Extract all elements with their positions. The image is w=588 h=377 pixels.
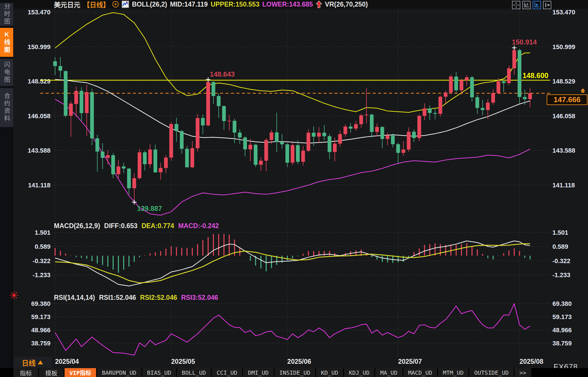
svg-text:1.501: 1.501 bbox=[552, 229, 568, 236]
tab-OUTSIDE_UD[interactable]: OUTSIDE_UD bbox=[469, 368, 513, 377]
svg-text:150.999: 150.999 bbox=[28, 43, 50, 50]
mini-chart-icon bbox=[122, 1, 129, 8]
boll-upper-value: UPPER:150.553 bbox=[211, 1, 259, 8]
rsi2-value: RSI2:52.046 bbox=[140, 294, 177, 302]
svg-text:150.999: 150.999 bbox=[552, 43, 575, 50]
tab--[interactable]: 模板 bbox=[39, 368, 64, 377]
tab-MTM_UD[interactable]: MTM_UD bbox=[438, 368, 468, 377]
svg-text:2025/07: 2025/07 bbox=[398, 358, 422, 365]
macd-value: MACD:-0.242 bbox=[178, 222, 219, 230]
svg-text:153.470: 153.470 bbox=[552, 9, 575, 16]
add-indicator-icon[interactable]: + bbox=[112, 1, 119, 7]
svg-text:-0.322: -0.322 bbox=[33, 257, 50, 265]
grid-lines bbox=[40, 9, 550, 356]
svg-text:2025/04: 2025/04 bbox=[55, 358, 79, 365]
chart-canvas[interactable]: 153.470153.470150.999150.999148.529148.5… bbox=[0, 0, 588, 377]
svg-text:153.470: 153.470 bbox=[28, 9, 50, 16]
svg-text:146.058: 146.058 bbox=[552, 112, 575, 120]
svg-text:69.380: 69.380 bbox=[31, 300, 50, 307]
macd-title: MACD(26,12,9) bbox=[54, 222, 100, 230]
rsi3-value: RSI3:52.046 bbox=[181, 294, 218, 302]
svg-text:141.118: 141.118 bbox=[28, 182, 50, 189]
app-window: 分时图K线图闪电图合约资料 美元日元 【日线】 + BOLL(26,2) MID… bbox=[0, 0, 588, 377]
svg-text:69.380: 69.380 bbox=[552, 300, 572, 307]
period-selector-label: 日线 bbox=[22, 357, 36, 368]
tab-BOLL_UD[interactable]: BOLL_UD bbox=[177, 368, 211, 377]
sidebar-item-contract-info[interactable]: 合约资料 bbox=[0, 88, 13, 127]
svg-text:38.759: 38.759 bbox=[31, 340, 50, 347]
svg-text:143.588: 143.588 bbox=[552, 147, 575, 154]
tab-KD_UD[interactable]: KD_UD bbox=[316, 368, 343, 377]
alert-icon[interactable] bbox=[10, 291, 18, 301]
symbol-title: 美元日元 bbox=[54, 0, 80, 9]
svg-text:148.600: 148.600 bbox=[523, 71, 548, 79]
pan-cross-icon[interactable] bbox=[512, 1, 520, 9]
tab-VIP-[interactable]: VIP指标 bbox=[65, 368, 96, 377]
price-up-arrow-icon bbox=[580, 88, 586, 95]
rsi-panel bbox=[55, 304, 530, 355]
indicator-tab-bar: 指标模板VIP指标BARUPDN_UDBIAS_UDBOLL_UDCCI_UDD… bbox=[0, 368, 588, 377]
period-selector[interactable]: 日线 bbox=[13, 357, 51, 368]
axes-candles-icon[interactable] bbox=[522, 1, 531, 9]
macd-panel bbox=[55, 234, 530, 286]
boll-lower-value: LOWER:143.685 bbox=[262, 1, 313, 8]
last-price-tag: 147.666 bbox=[547, 94, 587, 105]
svg-text:148.529: 148.529 bbox=[28, 78, 50, 85]
tab-BARUPDN_UD[interactable]: BARUPDN_UD bbox=[97, 368, 141, 377]
svg-text:148.643: 148.643 bbox=[210, 70, 235, 78]
svg-text:0.589: 0.589 bbox=[552, 243, 568, 250]
svg-text:48.966: 48.966 bbox=[552, 327, 572, 334]
tab-KDJ_UD[interactable]: KDJ_UD bbox=[344, 368, 374, 377]
svg-text:59.173: 59.173 bbox=[552, 313, 572, 320]
svg-text:48.966: 48.966 bbox=[31, 327, 50, 334]
tab-MACD_UD[interactable]: MACD_UD bbox=[403, 368, 437, 377]
tab-BIAS_UD[interactable]: BIAS_UD bbox=[142, 368, 176, 377]
svg-text:-0.322: -0.322 bbox=[552, 257, 570, 265]
rsi-title: RSI(14,14,14) bbox=[54, 294, 95, 302]
axis-shift-icon[interactable] bbox=[543, 1, 551, 9]
tab-MA_UD[interactable]: MA_UD bbox=[375, 368, 402, 377]
svg-text:146.058: 146.058 bbox=[28, 112, 50, 120]
macd-label-row: MACD(26,12,9) DIFF:0.653 DEA:0.774 MACD:… bbox=[54, 222, 219, 230]
svg-text:2025/05: 2025/05 bbox=[171, 358, 195, 365]
candles bbox=[53, 48, 532, 202]
svg-text:38.759: 38.759 bbox=[552, 340, 572, 347]
boll-mid-value: MID:147.119 bbox=[170, 1, 208, 8]
svg-text:59.173: 59.173 bbox=[31, 313, 50, 320]
tab-DMI_UD[interactable]: DMI_UD bbox=[243, 368, 273, 377]
svg-text:2025/06: 2025/06 bbox=[287, 358, 311, 365]
vr-label: VR(26,70,250) bbox=[325, 1, 368, 8]
svg-text:1.501: 1.501 bbox=[35, 229, 50, 236]
svg-text:150.914: 150.914 bbox=[512, 38, 537, 46]
annotations: 150.914148.643139.887148.600 bbox=[132, 38, 548, 212]
boll-label: BOLL(26,2) bbox=[132, 1, 167, 8]
period-tag: 【日线】 bbox=[83, 0, 110, 9]
macd-dea-value: DEA:0.774 bbox=[141, 222, 174, 230]
chart-type-sidebar: 分时图K线图闪电图合约资料 bbox=[0, 0, 13, 377]
chart-toolbar bbox=[512, 1, 551, 9]
svg-text:-1.233: -1.233 bbox=[552, 271, 570, 279]
svg-text:2025/08: 2025/08 bbox=[519, 358, 543, 365]
tab-CCI_UD[interactable]: CCI_UD bbox=[212, 368, 242, 377]
tab--[interactable]: 指标 bbox=[13, 368, 38, 377]
sidebar-item-flash-chart[interactable]: 闪电图 bbox=[0, 59, 13, 86]
triangle-up-icon bbox=[38, 360, 43, 364]
tab-INSIDE_UD[interactable]: INSIDE_UD bbox=[274, 368, 315, 377]
macd-diff-value: DIFF:0.653 bbox=[104, 222, 137, 230]
sidebar-item-kline-chart[interactable]: K线图 bbox=[0, 28, 13, 57]
svg-text:0.589: 0.589 bbox=[35, 243, 50, 250]
sidebar-item-time-chart[interactable]: 分时图 bbox=[0, 3, 13, 26]
svg-text:-1.233: -1.233 bbox=[33, 271, 50, 279]
up-arrow-icon bbox=[316, 1, 322, 8]
chart-header: 美元日元 【日线】 + BOLL(26,2) MID:147.119 UPPER… bbox=[13, 0, 588, 9]
svg-text:141.118: 141.118 bbox=[552, 182, 575, 189]
axes-play-icon[interactable] bbox=[533, 1, 541, 9]
svg-text:148.529: 148.529 bbox=[552, 78, 575, 85]
svg-text:139.887: 139.887 bbox=[137, 205, 162, 212]
svg-text:143.588: 143.588 bbox=[28, 147, 50, 154]
tab->>[interactable]: >> bbox=[515, 368, 531, 377]
month-labels: 2025/042025/052025/062025/072025/08 bbox=[55, 358, 544, 365]
rsi-label-row: RSI(14,14,14) RSI1:52.046 RSI2:52.046 RS… bbox=[54, 294, 218, 302]
rsi1-value: RSI1:52.046 bbox=[99, 294, 136, 302]
